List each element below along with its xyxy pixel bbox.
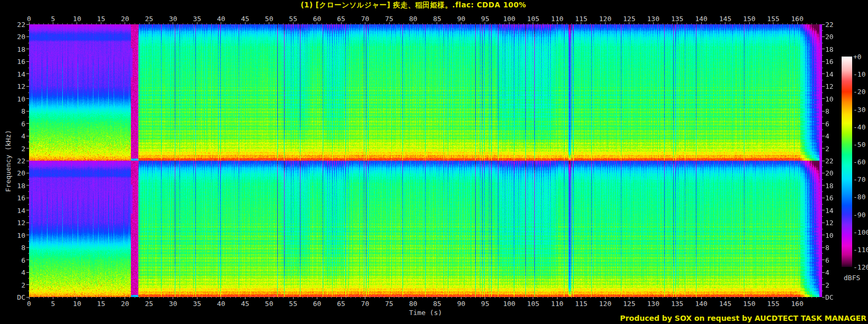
x-minor-tick [374,297,375,298]
x-minor-tick [720,23,721,24]
x-tick-mark [773,297,773,299]
x-tick-label: 90 [457,15,466,22]
x-minor-tick [403,297,404,298]
x-tick-mark [365,22,365,24]
y-minor-tick [28,30,29,31]
y-tick-mark [822,36,825,37]
x-tick-mark [605,22,606,24]
x-tick-label: 65 [337,300,345,307]
y-tick-label: 2 [11,281,25,288]
y-tick-label: 12 [11,219,25,226]
x-minor-tick [667,23,668,24]
x-tick-label: 95 [481,15,489,22]
x-tick-label: 160 [791,15,803,22]
x-minor-tick [812,23,812,24]
x-minor-tick [442,23,442,24]
legend-tick-label: -40 [853,123,865,130]
y-tick-mark [26,36,29,37]
x-minor-tick [739,23,740,24]
y-minor-tick [822,278,823,279]
x-tick-mark [485,297,485,299]
legend-tick-label: -100 [853,228,868,235]
x-tick-label: 120 [599,15,611,22]
y-tick-label: 8 [11,244,25,251]
y-minor-tick [822,43,823,43]
x-tick-mark [101,22,101,24]
y-minor-tick [822,117,823,117]
x-tick-mark [461,297,461,299]
y-minor-tick [822,229,823,229]
x-tick-mark [341,22,342,24]
x-minor-tick [552,23,553,24]
x-minor-tick [504,297,505,298]
y-tick-mark [26,284,29,285]
x-tick-mark [797,22,798,24]
y-minor-tick [28,266,29,266]
x-tick-mark [509,22,510,24]
x-minor-tick [360,23,361,24]
x-minor-tick [326,23,327,24]
x-minor-tick [590,23,591,24]
sox-spectrogram-window: (1) [クローンソルジャー] 疾走、稲田姫様。.flac: CDDA 100%… [0,0,868,324]
x-minor-tick [447,297,447,298]
x-minor-tick [548,23,548,24]
x-minor-tick [168,23,168,24]
x-tick-label: 25 [145,300,154,307]
x-minor-tick [744,23,745,24]
x-minor-tick [254,23,255,24]
x-tick-label: 70 [361,300,370,307]
y-minor-tick [822,142,823,142]
y-minor-tick [28,166,29,167]
x-minor-tick [456,23,457,24]
x-minor-tick [278,23,279,24]
x-minor-tick [82,23,82,24]
x-minor-tick [34,297,34,298]
y-tick-label: 14 [825,207,834,214]
x-tick-mark [749,297,750,299]
y-tick-label: 10 [825,95,834,102]
x-minor-tick [336,297,337,298]
x-minor-tick [225,23,226,24]
y-minor-tick [822,291,823,291]
x-tick-mark [533,22,533,24]
x-minor-tick [447,23,447,24]
x-tick-mark [389,297,390,299]
y-minor-tick [28,179,29,180]
y-axis-title: Frequency (kHz) [4,122,12,201]
x-tick-mark [317,22,317,24]
y-tick-mark [26,235,29,235]
x-tick-label: 115 [575,15,587,22]
x-tick-label: 90 [457,300,466,307]
x-minor-tick [490,297,490,298]
x-tick-label: 80 [409,15,418,22]
y-minor-tick [822,166,823,167]
x-minor-tick [672,297,673,298]
x-tick-mark [245,22,246,24]
x-minor-tick [466,297,466,298]
x-minor-tick [667,297,668,298]
x-minor-tick [475,23,476,24]
y-tick-label: 16 [11,195,25,201]
x-minor-tick [567,23,567,24]
x-minor-tick [298,23,298,24]
x-minor-tick [283,297,284,298]
y-tick-mark [822,98,825,99]
x-minor-tick [34,23,34,24]
y-tick-mark [26,24,29,25]
y-tick-label: 16 [825,195,834,201]
y-tick-mark [26,223,29,223]
x-tick-label: 125 [623,15,635,22]
x-tick-label: 5 [51,300,55,307]
x-tick-mark [125,297,125,299]
x-minor-tick [518,297,519,298]
x-minor-tick [399,23,399,24]
legend-tick-label: -10 [853,71,865,78]
legend-tick-label: -50 [853,141,865,147]
x-minor-tick [451,297,452,298]
x-minor-tick [39,23,39,24]
x-minor-tick [518,23,519,24]
x-tick-label: 115 [575,300,587,307]
x-tick-mark [293,22,294,24]
y-minor-tick [822,204,823,205]
x-minor-tick [91,23,92,24]
